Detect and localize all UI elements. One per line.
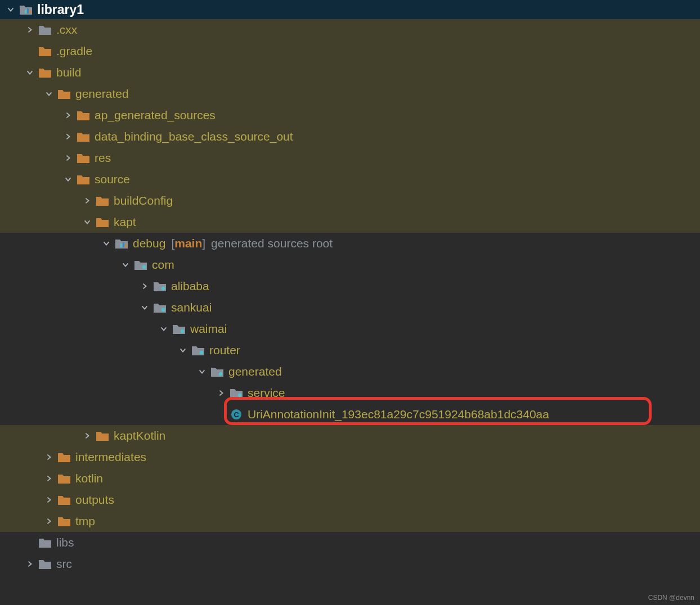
tree-item-alibaba[interactable]: alibaba [0, 276, 700, 297]
chevron-right-icon[interactable] [63, 153, 73, 163]
folder-icon [38, 536, 52, 549]
folder-icon [57, 515, 71, 527]
tree-item-data-binding[interactable]: data_binding_base_class_source_out [0, 126, 700, 147]
package-icon [210, 365, 224, 378]
chevron-down-icon[interactable] [44, 89, 54, 99]
tree-item-label: src [56, 557, 72, 571]
folder-icon [57, 494, 71, 506]
tree-item-sankuai[interactable]: sankuai [0, 297, 700, 318]
chevron-down-icon[interactable] [159, 324, 169, 334]
tree-item-debug[interactable]: debug [main] generated sources root [0, 233, 700, 254]
tree-item-label: data_binding_base_class_source_out [95, 130, 293, 143]
tree-item-ap-generated-sources[interactable]: ap_generated_sources [0, 105, 700, 126]
chevron-right-icon[interactable] [63, 132, 73, 142]
module-icon [19, 3, 33, 16]
tree-item-label: build [56, 66, 81, 79]
tree-item-label: generated [75, 87, 129, 101]
package-icon [153, 301, 167, 314]
watermark: CSDN @devnn [648, 594, 694, 602]
tree-item-label: source [95, 173, 130, 186]
tree-item-cxx[interactable]: .cxx [0, 19, 700, 40]
chevron-right-icon[interactable] [82, 196, 92, 206]
tree-item-root[interactable]: library1 [0, 0, 700, 19]
tree-item-src[interactable]: src [0, 553, 700, 575]
chevron-right-icon[interactable] [82, 431, 92, 441]
tree-item-generated[interactable]: generated [0, 83, 700, 105]
tree-item-label: libs [56, 536, 74, 549]
chevron-right-icon[interactable] [63, 110, 73, 120]
folder-icon [96, 216, 109, 228]
chevron-down-icon[interactable] [6, 4, 16, 15]
chevron-down-icon[interactable] [101, 238, 111, 249]
tree-item-label: outputs [75, 493, 114, 507]
package-icon [153, 280, 167, 292]
folder-icon [57, 472, 71, 485]
chevron-right-icon[interactable] [44, 452, 54, 462]
tree-item-kotlin[interactable]: kotlin [0, 468, 700, 489]
folder-icon [57, 88, 71, 100]
tree-item-label: tmp [75, 514, 95, 528]
tree-item-intermediates[interactable]: intermediates [0, 446, 700, 468]
tree-item-kapt[interactable]: kapt [0, 211, 700, 233]
package-icon [172, 323, 186, 335]
chevron-down-icon[interactable] [197, 367, 207, 377]
folder-icon [38, 45, 52, 57]
chevron-down-icon[interactable] [140, 302, 150, 313]
project-tree: library1 .cxx .gradle build generated ap… [0, 0, 700, 575]
tree-item-hint: generated sources root [211, 237, 333, 250]
folder-icon [96, 430, 109, 442]
tree-item-label: res [95, 151, 111, 165]
package-icon [191, 344, 205, 356]
chevron-right-icon[interactable] [25, 559, 35, 569]
folder-icon [77, 130, 90, 143]
tree-item-label: .gradle [56, 44, 92, 58]
chevron-down-icon[interactable] [82, 217, 92, 227]
tree-item-buildconfig[interactable]: buildConfig [0, 190, 700, 211]
tree-item-build[interactable]: build [0, 62, 700, 83]
tree-item-suffix: [main] [171, 237, 205, 250]
chevron-right-icon[interactable] [140, 281, 150, 291]
folder-icon [77, 152, 90, 164]
tree-item-label: kapt [114, 215, 136, 229]
folder-icon [57, 451, 71, 463]
tree-item-waimai[interactable]: waimai [0, 318, 700, 340]
chevron-right-icon[interactable] [25, 25, 35, 35]
tree-item-libs[interactable]: libs [0, 532, 700, 553]
tree-item-tmp[interactable]: tmp [0, 511, 700, 532]
folder-icon [38, 24, 52, 36]
chevron-right-icon[interactable] [44, 516, 54, 526]
tree-item-label: debug [133, 237, 165, 250]
tree-item-label: waimai [190, 322, 227, 336]
chevron-right-icon[interactable] [216, 388, 226, 398]
folder-icon [38, 558, 52, 570]
tree-item-kaptkotlin[interactable]: kaptKotlin [0, 425, 700, 446]
tree-item-label: alibaba [171, 279, 209, 293]
tree-item-label: kotlin [75, 472, 103, 485]
tree-item-com[interactable]: com [0, 254, 700, 276]
tree-item-label: ap_generated_sources [95, 109, 216, 122]
module-icon [115, 237, 128, 250]
folder-icon [96, 195, 109, 207]
tree-item-generated-pkg[interactable]: generated [0, 361, 700, 382]
chevron-down-icon[interactable] [120, 260, 131, 270]
highlight-box [224, 397, 652, 425]
tree-item-label: .cxx [56, 23, 77, 37]
folder-icon [77, 173, 90, 186]
tree-item-res[interactable]: res [0, 147, 700, 169]
tree-item-label: router [209, 344, 240, 357]
tree-item-gradle[interactable]: .gradle [0, 40, 700, 62]
tree-item-label: sankuai [171, 301, 212, 314]
tree-item-label: library1 [37, 2, 84, 17]
chevron-right-icon[interactable] [44, 473, 54, 484]
tree-item-label: kaptKotlin [114, 429, 165, 443]
chevron-down-icon[interactable] [178, 345, 188, 355]
tree-item-outputs[interactable]: outputs [0, 489, 700, 511]
chevron-right-icon[interactable] [44, 495, 54, 505]
tree-item-source[interactable]: source [0, 169, 700, 190]
folder-icon [38, 66, 52, 79]
chevron-down-icon[interactable] [25, 67, 35, 78]
folder-icon [77, 109, 90, 121]
tree-item-label: intermediates [75, 450, 146, 464]
tree-item-router[interactable]: router [0, 340, 700, 361]
chevron-down-icon[interactable] [63, 174, 73, 184]
